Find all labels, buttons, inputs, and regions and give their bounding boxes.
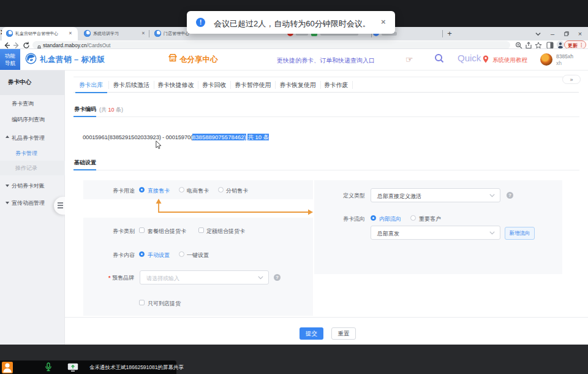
mouse-cursor (156, 140, 162, 150)
share-icon[interactable] (525, 40, 533, 49)
window-close-icon[interactable]: × (575, 29, 585, 39)
sidebar-title: 券卡中心 (0, 71, 65, 95)
tab-card-recycle[interactable]: 券卡回收 (198, 77, 230, 93)
forward-icon[interactable] (13, 40, 21, 49)
quick-entry-text[interactable]: 更快捷的券卡、订单和快递查询入口 (277, 56, 375, 65)
window-minimize-icon[interactable]: – (548, 29, 557, 39)
option-internal-flow[interactable]: 内部流向 (379, 215, 401, 223)
tab-close-icon[interactable]: × (67, 29, 74, 37)
user-avatar[interactable] (540, 53, 552, 66)
share-center-link[interactable]: 仓分享中心 (168, 53, 177, 64)
tab-card-resume[interactable]: 券卡恢复使用 (275, 77, 320, 93)
back-icon[interactable] (3, 40, 12, 49)
app-header: 功能导航 礼盒营销 – 标准版 仓分享中心 更快捷的券卡、订单和快递查询入口 ☞… (0, 49, 588, 71)
browser-menu-icon[interactable]: ⋮ (579, 42, 584, 48)
option-important-customer[interactable]: 重要客户 (419, 215, 441, 223)
brand-logo-icon (25, 53, 37, 64)
define-type-select[interactable]: 总部直接定义激活 (371, 188, 500, 202)
info-icon: ! (196, 18, 205, 27)
reload-icon[interactable] (23, 40, 31, 49)
add-flow-button[interactable]: 新增流向 (505, 227, 535, 240)
zoom-icon[interactable] (515, 40, 524, 49)
quick-search-icon[interactable] (434, 53, 444, 66)
window-maximize-icon[interactable] (562, 29, 571, 39)
option-store-pickup-only[interactable]: 只可到店提货 (148, 300, 181, 308)
tab-card-quick-modify[interactable]: 券卡快捷修改 (154, 77, 198, 93)
category-label: 券卡类别 (113, 227, 135, 235)
url-path: /CardsOut (87, 42, 111, 48)
sidebar-item-operation-log[interactable]: 操作记录 (0, 161, 65, 175)
help-icon[interactable]: ? (274, 274, 281, 281)
checkbox-package-combo[interactable] (139, 227, 145, 233)
active-tab-underline (75, 92, 107, 93)
option-fixed-combo[interactable]: 定额组合提货卡 (206, 227, 245, 235)
radio-manual-setting[interactable] (139, 251, 145, 257)
quick-search-label[interactable]: Quick (458, 53, 481, 63)
address-bar[interactable]: standard.maboy.cn/CardsOut (32, 41, 510, 49)
new-tab-button[interactable]: + (444, 28, 455, 39)
radio-ecommerce-sale[interactable] (179, 187, 184, 193)
flow-select[interactable]: 总部直发 (371, 226, 500, 240)
radio-direct-sale[interactable] (139, 187, 145, 193)
screen-share-icon[interactable] (67, 363, 78, 374)
app-brand-title: 礼盒营销 – 标准版 (40, 55, 105, 65)
submit-button[interactable]: 提交 (300, 327, 323, 340)
toast-close-icon[interactable]: × (381, 17, 386, 26)
sidebar-item-card-management[interactable]: 券卡管理 (0, 146, 65, 161)
tab-card-suspend[interactable]: 券卡暂停使用 (230, 77, 275, 93)
meeting-person-icon[interactable] (2, 362, 13, 373)
radio-one-click-setting[interactable] (179, 251, 184, 257)
tab-card-outbound[interactable]: 券卡出库 (74, 77, 108, 93)
meeting-toast: ! 会议已超过2人，自动转为60分钟限时会议。 × (187, 11, 395, 34)
sidebar-item-code-sequence-query[interactable]: 编码序列查询 (0, 112, 65, 127)
content-label: 券卡内容 (113, 251, 135, 259)
location-pin-icon (483, 55, 489, 66)
option-direct-sale[interactable]: 直接售卡 (148, 187, 170, 195)
checkbox-fixed-combo[interactable] (198, 227, 204, 233)
tab-card-void[interactable]: 券卡作废 (320, 77, 352, 93)
define-type-label: 定义类型 (343, 192, 365, 200)
browser-update-button[interactable]: 更新 ⋮ (564, 40, 586, 49)
checkbox-store-pickup-only[interactable] (139, 300, 145, 305)
pointing-finger-icon: ☞ (405, 55, 413, 64)
nav-toggle-button[interactable]: 功能导航 (0, 49, 20, 70)
tutorial-link[interactable]: 系统使用教程 (492, 56, 527, 64)
radio-important-customer[interactable] (410, 215, 416, 221)
required-asterisk: * (108, 275, 111, 281)
profile-avatar-icon[interactable] (556, 40, 565, 49)
sidebar-group-gift-card-management[interactable]: 礼品券卡管理 (0, 131, 65, 145)
option-manual-setting[interactable]: 手动设置 (148, 251, 170, 259)
browser-tab[interactable]: 系统培训学习 × (80, 27, 148, 40)
footer-divider (65, 317, 588, 318)
microphone-icon[interactable] (45, 362, 52, 374)
card-code-range[interactable]: 00015961(8385291502033923) - 00015970(83… (83, 134, 269, 142)
side-panel-icon[interactable] (546, 40, 555, 49)
tab-separator (149, 30, 149, 37)
sidebar: 券卡中心 券卡查询 编码序列查询 礼品券卡管理 券卡管理 操作记录 分销券卡对账… (0, 71, 65, 345)
bookmark-star-icon[interactable] (535, 40, 543, 49)
option-distribution-sale[interactable]: 分销售卡 (226, 187, 248, 195)
presale-brand-select[interactable]: 请选择或输入 (140, 270, 269, 284)
chevron-down-icon (489, 194, 495, 197)
user-name: 8385xh (556, 53, 573, 59)
screen-share-bar: 金禾通技术王斌18662591081的屏幕共享 (0, 361, 176, 374)
sidebar-collapse-handle[interactable] (54, 197, 66, 215)
sidebar-group-distribution-reconciliation[interactable]: 分销券卡对账 (0, 178, 65, 193)
active-underline (74, 116, 96, 117)
radio-internal-flow[interactable] (371, 215, 376, 221)
radio-distribution-sale[interactable] (218, 187, 224, 193)
sidebar-item-card-query[interactable]: 券卡查询 (0, 96, 65, 111)
option-one-click-setting[interactable]: 一键设置 (187, 251, 209, 259)
option-package-combo[interactable]: 套餐组合提货卡 (148, 227, 186, 235)
reset-button[interactable]: 重置 (331, 327, 356, 340)
help-icon[interactable]: ? (507, 192, 513, 199)
browser-tab-active[interactable]: 礼盒营销平台管理中心 × (2, 27, 78, 40)
tabs-overflow-button[interactable]: » (562, 75, 581, 84)
tab-close-icon[interactable]: × (140, 29, 147, 37)
tab-card-followup-activate[interactable]: 券卡后续激活 (109, 77, 154, 93)
tab-title: 系统培训学习 (93, 31, 143, 37)
usage-label: 券卡用途 (113, 187, 135, 195)
tab-separator (442, 30, 443, 37)
option-ecommerce-sale[interactable]: 电商售卡 (187, 187, 209, 195)
tab-search-chevron-icon[interactable] (533, 29, 543, 39)
